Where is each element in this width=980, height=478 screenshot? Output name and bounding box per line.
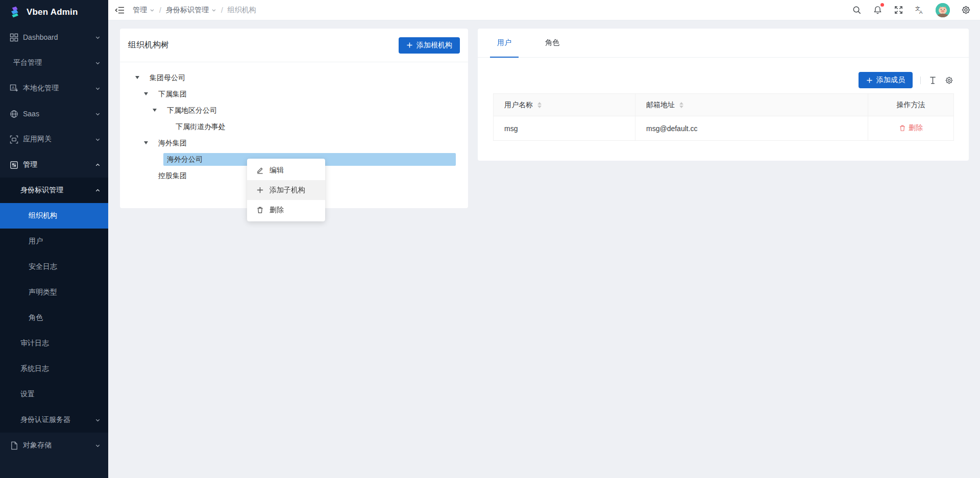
sidebar-item-label: 审计日志 [20, 339, 49, 348]
file-icon [10, 441, 18, 450]
sidebar-item-label: 声明类型 [29, 288, 57, 297]
tree-caret-icon[interactable] [144, 92, 155, 95]
sidebar-item-label: 组织机构 [29, 211, 57, 220]
sidebar-item-label: 设置 [20, 390, 35, 399]
app-logo[interactable]: Vben Admin [0, 0, 108, 24]
gateway-icon [10, 135, 18, 144]
tree-caret-icon[interactable] [153, 109, 163, 112]
management-icon [10, 161, 18, 169]
sidebar-item-claim-types[interactable]: 声明类型 [0, 280, 108, 305]
sidebar-item-saas[interactable]: Saas [0, 101, 108, 127]
trash-icon [256, 206, 264, 214]
tree-caret-icon[interactable] [144, 141, 155, 144]
fullscreen-icon[interactable] [894, 5, 903, 15]
chevron-down-icon [150, 8, 155, 13]
tab-users[interactable]: 用户 [490, 29, 519, 57]
menu-fold-icon[interactable] [114, 5, 126, 16]
sidebar-item-identity-management[interactable]: 身份标识管理 [0, 178, 108, 203]
toolbar-divider [920, 77, 921, 84]
sidebar-item-label: 应用网关 [23, 135, 52, 144]
translate-icon[interactable]: 文A [915, 5, 924, 15]
sort-carets-icon[interactable] [679, 102, 683, 108]
avatar[interactable] [936, 3, 950, 17]
sidebar-nav: Dashboard 平台管理 A 本地化管理 [0, 24, 108, 458]
sidebar-item-app-gateway[interactable]: 应用网关 [0, 127, 108, 152]
sidebar-item-security-logs[interactable]: 安全日志 [0, 254, 108, 280]
sidebar-item-label: 身份认证服务器 [20, 415, 70, 424]
context-menu-add-child[interactable]: 添加子机构 [247, 180, 325, 200]
sidebar-item-label: Saas [23, 110, 39, 118]
column-height-icon[interactable] [928, 76, 937, 85]
column-header-username[interactable]: 用户名称 [494, 94, 635, 116]
sidebar-item-localization[interactable]: A 本地化管理 [0, 76, 108, 101]
svg-text:A: A [919, 9, 923, 15]
detail-tabs: 用户 角色 [478, 29, 969, 58]
chevron-up-icon [95, 188, 101, 193]
dashboard-icon [10, 33, 18, 42]
app-title: Vben Admin [27, 7, 78, 17]
search-icon[interactable] [852, 5, 862, 15]
sidebar-item-dashboard[interactable]: Dashboard [0, 24, 108, 50]
chevron-down-icon [95, 60, 101, 66]
add-member-button[interactable]: 添加成员 [859, 72, 913, 88]
chevron-down-icon [211, 8, 216, 13]
sidebar-item-system-logs[interactable]: 系统日志 [0, 356, 108, 382]
tree-caret-icon[interactable] [135, 76, 146, 79]
sidebar-item-label: 对象存储 [23, 441, 52, 450]
breadcrumb-item[interactable]: 身份标识管理 [166, 6, 216, 15]
tree-node[interactable]: 下属集团 [135, 86, 456, 102]
localization-icon: A [10, 84, 18, 93]
sidebar-item-settings[interactable]: 设置 [0, 382, 108, 407]
cell-username: msg [494, 116, 635, 141]
tab-roles[interactable]: 角色 [538, 29, 567, 57]
tree-context-menu: 编辑 添加子机构 删除 [247, 159, 325, 221]
vben-logo-icon [8, 6, 21, 19]
sidebar-item-platform-management[interactable]: 平台管理 [0, 50, 108, 76]
tree-node[interactable]: 集团母公司 [135, 69, 456, 86]
sidebar-item-label: 安全日志 [29, 262, 57, 271]
column-header-email[interactable]: 邮箱地址 [635, 94, 868, 116]
svg-text:A: A [12, 85, 15, 90]
tree-node[interactable]: 下属地区分公司 [135, 102, 456, 118]
breadcrumb-separator: / [221, 6, 223, 14]
context-menu-edit[interactable]: 编辑 [247, 160, 325, 180]
management-submenu: 身份标识管理 组织机构 用户 安全日志 声明类型 角色 审计日志 [0, 178, 108, 433]
chevron-down-icon [95, 35, 101, 40]
breadcrumb-item[interactable]: 管理 [133, 6, 155, 15]
bell-icon[interactable] [873, 5, 883, 15]
tree-node[interactable]: 下属街道办事处 [135, 118, 456, 135]
sidebar-item-users[interactable]: 用户 [0, 229, 108, 254]
plus-icon [256, 186, 264, 194]
gear-icon[interactable] [945, 76, 953, 85]
sort-carets-icon[interactable] [537, 102, 542, 108]
sidebar-item-label: Dashboard [23, 33, 58, 41]
add-root-org-button[interactable]: 添加根机构 [399, 37, 460, 54]
sidebar-item-label: 系统日志 [20, 364, 49, 373]
sidebar-item-identity-server[interactable]: 身份认证服务器 [0, 407, 108, 433]
context-menu-delete[interactable]: 删除 [247, 200, 325, 220]
plus-icon [866, 77, 873, 84]
delete-member-button[interactable]: 删除 [899, 123, 923, 133]
members-table: 用户名称 邮箱地址 操作方法 msg msg@default.cc [493, 93, 954, 141]
sidebar-item-management[interactable]: 管理 [0, 152, 108, 178]
gear-icon[interactable] [961, 5, 971, 15]
sidebar-item-label: 本地化管理 [23, 84, 59, 93]
cell-actions: 删除 [868, 116, 954, 141]
breadcrumb-separator: / [159, 6, 161, 14]
tree-node[interactable]: 海外集团 [135, 135, 456, 151]
table-row[interactable]: msg msg@default.cc 删除 [494, 116, 954, 141]
edit-icon [256, 166, 264, 174]
header-actions: 文A [852, 3, 980, 17]
sidebar-item-object-storage[interactable]: 对象存储 [0, 433, 108, 458]
chevron-down-icon [95, 417, 101, 423]
panel-title: 组织机构树 [128, 40, 169, 51]
notification-dot [880, 3, 884, 7]
chevron-down-icon [95, 443, 101, 448]
table-toolbar: 添加成员 [478, 58, 969, 93]
sidebar-item-audit-logs[interactable]: 审计日志 [0, 331, 108, 356]
sidebar-item-label: 角色 [29, 313, 43, 322]
sidebar-item-label: 用户 [29, 237, 43, 246]
sidebar-item-organization[interactable]: 组织机构 [0, 203, 108, 229]
chevron-up-icon [95, 162, 101, 168]
sidebar-item-roles[interactable]: 角色 [0, 305, 108, 331]
